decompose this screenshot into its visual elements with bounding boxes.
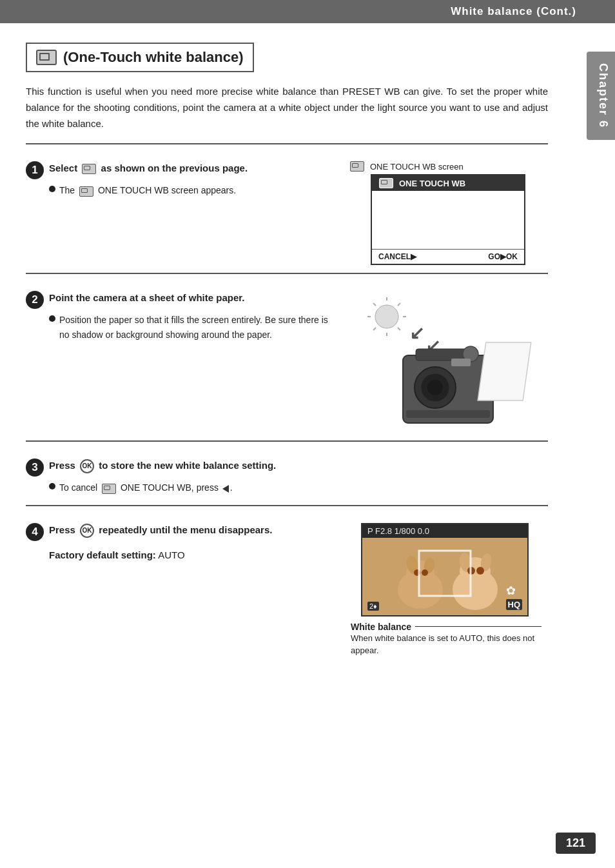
cancel-icon bbox=[102, 484, 116, 494]
wb-label-text: White balance bbox=[351, 622, 411, 632]
factory-default: Factory default setting: AUTO bbox=[49, 547, 333, 563]
svg-line-7 bbox=[373, 328, 376, 330]
wb-screen-label-text: ONE TOUCH WB screen bbox=[370, 162, 464, 172]
dogs-image bbox=[362, 538, 527, 615]
step-4-body: Factory default setting: AUTO bbox=[26, 547, 333, 563]
factory-default-value: AUTO bbox=[158, 549, 184, 560]
ok-press-icon-3: OK bbox=[80, 459, 94, 473]
section-title-box: (One-Touch white balance) bbox=[26, 43, 254, 72]
lcd-screen: P F2.8 1/800 0.0 bbox=[361, 523, 529, 616]
step-1-header-text: Select as shown on the previous page. bbox=[49, 161, 248, 175]
header-title: White balance (Cont.) bbox=[451, 5, 576, 17]
chapter-tab: Chapter 6 bbox=[587, 52, 615, 140]
divider-3 bbox=[26, 440, 548, 442]
svg-rect-18 bbox=[406, 410, 490, 418]
select-icon bbox=[82, 164, 96, 174]
page-header: White balance (Cont.) bbox=[0, 0, 615, 23]
svg-point-0 bbox=[375, 305, 398, 328]
bullet-dot bbox=[49, 186, 55, 192]
wb-label-line bbox=[415, 626, 542, 627]
divider-4 bbox=[26, 505, 548, 506]
wb-label-row: White balance bbox=[348, 622, 542, 632]
step-4-header: 4 Press OK repeatedly until the menu dis… bbox=[26, 523, 333, 541]
svg-rect-17 bbox=[451, 359, 471, 366]
lcd-body: ✿ HQ 2♦ bbox=[362, 538, 527, 615]
step-4-num: 4 bbox=[26, 523, 44, 541]
lcd-top-bar-text: P F2.8 1/800 0.0 bbox=[367, 526, 429, 536]
step-2-body: Position the paper so that it fills the … bbox=[26, 313, 333, 342]
step-3-num: 3 bbox=[26, 459, 44, 477]
svg-point-29 bbox=[422, 569, 428, 576]
svg-text:↙: ↙ bbox=[409, 323, 424, 343]
svg-line-6 bbox=[398, 328, 400, 330]
wb-screen-titlebar-text: ONE TOUCH WB bbox=[399, 179, 465, 188]
svg-rect-22 bbox=[478, 342, 531, 400]
camera-pointing-illustration: ↙ ↙ bbox=[351, 291, 545, 433]
wb-cancel-btn: CANCEL▶︎ bbox=[378, 252, 416, 261]
step-2-left: 2 Point the camera at a sheet of white p… bbox=[26, 291, 348, 344]
step-4-left: 4 Press OK repeatedly until the menu dis… bbox=[26, 523, 348, 563]
step-3-body: To cancel ONE TOUCH WB, press . bbox=[26, 480, 333, 495]
lcd-bottom-icons: 2♦ bbox=[367, 602, 379, 610]
svg-point-35 bbox=[476, 567, 484, 575]
step-2-header-text: Point the camera at a sheet of white pap… bbox=[49, 291, 244, 304]
triangle-left-icon bbox=[222, 485, 229, 493]
step-3-bullet-1: To cancel ONE TOUCH WB, press . bbox=[49, 480, 333, 495]
svg-line-5 bbox=[373, 303, 376, 306]
step-1-right: ONE TOUCH WB screen ONE TOUCH WB CANCEL▶… bbox=[348, 161, 548, 265]
intro-paragraph: This function is useful when you need mo… bbox=[26, 84, 548, 132]
wb-screen: ONE TOUCH WB CANCEL▶︎ GO▶︎OK bbox=[371, 174, 525, 265]
ok-press-icon-4: OK bbox=[80, 524, 94, 538]
step-2-section: 2 Point the camera at a sheet of white p… bbox=[26, 282, 548, 433]
step-1-left: 1 Select as shown on the previous page. … bbox=[26, 161, 348, 199]
step-2-right: ↙ ↙ bbox=[348, 291, 548, 433]
step-1-bullet-text: The ONE TOUCH WB screen appears. bbox=[59, 183, 236, 197]
step-3-bullet-text: To cancel ONE TOUCH WB, press . bbox=[59, 480, 233, 495]
svg-line-8 bbox=[398, 303, 400, 306]
wb-note: When white balance is set to AUTO, this … bbox=[348, 632, 542, 657]
step-2-bullet-1: Position the paper so that it fills the … bbox=[49, 313, 333, 342]
step-4-section: 4 Press OK repeatedly until the menu dis… bbox=[26, 514, 548, 657]
step-3-left: 3 Press OK to store the new white balanc… bbox=[26, 459, 348, 497]
lcd-top-bar: P F2.8 1/800 0.0 bbox=[362, 524, 527, 538]
one-touch-wb-section-icon bbox=[36, 50, 57, 65]
page-number: 121 bbox=[556, 833, 596, 854]
wb-go-btn: GO▶︎OK bbox=[488, 252, 518, 261]
wb-screen-label: ONE TOUCH WB screen bbox=[348, 161, 548, 172]
step-1-num: 1 bbox=[26, 161, 44, 179]
hq-label: HQ bbox=[506, 599, 523, 610]
section-title: (One-Touch white balance) bbox=[63, 49, 244, 66]
step-4-header-text: Press OK repeatedly until the menu disap… bbox=[49, 523, 272, 538]
step-2-bullet-text: Position the paper so that it fills the … bbox=[59, 313, 333, 342]
step-1-body: The ONE TOUCH WB screen appears. bbox=[26, 183, 333, 197]
bullet-dot-3 bbox=[49, 483, 55, 489]
step-3-section: 3 Press OK to store the new white balanc… bbox=[26, 449, 548, 497]
step-4-right: P F2.8 1/800 0.0 bbox=[348, 523, 548, 657]
step-1-header: 1 Select as shown on the previous page. bbox=[26, 161, 333, 179]
divider-1 bbox=[26, 143, 548, 144]
svg-rect-23 bbox=[362, 538, 527, 615]
bullet-dot-2 bbox=[49, 315, 55, 322]
wb-screen-body bbox=[372, 191, 524, 249]
chapter-label: Chapter 6 bbox=[597, 63, 610, 128]
step-2-num: 2 bbox=[26, 291, 44, 309]
step-3-header-text: Press OK to store the new white balance … bbox=[49, 459, 276, 473]
lcd-screen-container: P F2.8 1/800 0.0 bbox=[348, 523, 542, 657]
wb-screen-container: ONE TOUCH WB screen ONE TOUCH WB CANCEL▶… bbox=[348, 161, 548, 265]
svg-point-15 bbox=[427, 380, 443, 395]
divider-2 bbox=[26, 273, 548, 274]
step-3-header: 3 Press OK to store the new white balanc… bbox=[26, 459, 333, 477]
the-icon bbox=[79, 186, 93, 197]
wb-titlebar-icon bbox=[379, 178, 393, 188]
wb-screen-label-icon bbox=[350, 161, 364, 172]
wb-screen-footer: CANCEL▶︎ GO▶︎OK bbox=[372, 249, 524, 264]
lcd-hq-icon: ✿ HQ bbox=[506, 584, 523, 610]
step-1-section: 1 Select as shown on the previous page. … bbox=[26, 152, 548, 265]
step-1-bullet-1: The ONE TOUCH WB screen appears. bbox=[49, 183, 333, 197]
wb-screen-titlebar: ONE TOUCH WB bbox=[372, 175, 524, 191]
factory-default-label: Factory default setting: bbox=[49, 549, 156, 560]
step-2-header: 2 Point the camera at a sheet of white p… bbox=[26, 291, 333, 309]
